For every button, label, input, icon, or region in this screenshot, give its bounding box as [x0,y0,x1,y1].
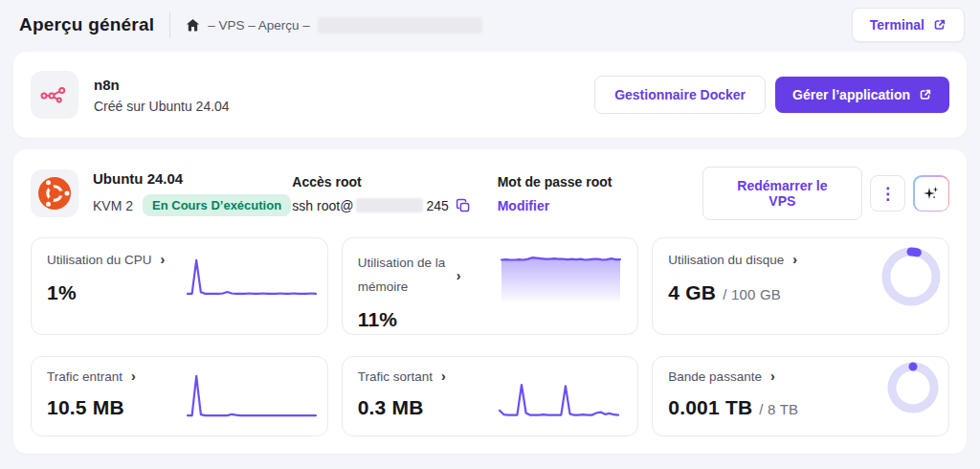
page-title: Aperçu général [19,14,154,35]
external-link-icon [919,88,932,101]
outgoing-traffic-chart [498,371,620,419]
home-icon[interactable] [186,18,200,33]
chevron-right-icon: › [131,368,136,384]
app-actions: Gestionnaire Docker Gérer l’application [594,76,949,114]
docker-manager-button[interactable]: Gestionnaire Docker [594,76,766,114]
vps-actions: Redémarrer le VPS ⋮ [702,167,949,220]
app-texts: n8n Créé sur Ubuntu 24.04 [94,77,230,114]
chevron-right-icon: › [441,368,446,384]
cpu-usage-label: Utilisation du CPU [47,253,152,267]
ai-assistant-button[interactable] [913,175,949,212]
bandwidth-total: / 8 TB [759,401,798,417]
incoming-traffic-label: Trafic entrant [47,369,122,384]
modify-password-link[interactable]: Modifier [498,198,549,213]
manage-application-button[interactable]: Gérer l’application [775,77,949,113]
n8n-app-icon [31,71,78,119]
root-access-block: Accès root ssh root@ 245 [292,174,497,213]
outgoing-traffic-tile[interactable]: Trafic sortant › 0.3 MB [342,356,639,436]
vps-overview-card: Ubuntu 24.04 KVM 2 En Cours D’exécution … [13,149,967,454]
ubuntu-os-icon [31,169,78,217]
stats-grid: Utilisation du CPU › 1% Utilisation de l… [31,237,949,436]
bandwidth-label: Bande passante [668,369,762,384]
vps-os-name: Ubuntu 24.04 [93,170,292,187]
root-access-label: Accès root [292,174,497,190]
breadcrumb-text[interactable]: – VPS – Aperçu – [208,18,310,33]
incoming-traffic-tile[interactable]: Trafic entrant › 10.5 MB [31,356,328,436]
chevron-right-icon: › [770,368,775,384]
chevron-right-icon: › [792,252,797,267]
cpu-usage-tile[interactable]: Utilisation du CPU › 1% [31,237,328,335]
manage-application-label: Gérer l’application [792,87,910,102]
terminal-button[interactable]: Terminal [852,8,965,42]
external-link-icon [933,18,947,32]
chevron-right-icon: › [161,252,166,267]
kebab-menu-icon: ⋮ [880,184,896,204]
terminal-button-label: Terminal [870,17,924,33]
bandwidth-donut [887,362,939,413]
cpu-usage-chart [186,256,318,298]
root-password-label: Mot de passe root [498,174,702,190]
ssh-command-suffix: 245 [426,198,448,213]
top-bar: Aperçu général – VPS – Aperçu – Terminal [0,0,980,52]
app-subtitle: Créé sur Ubuntu 24.04 [94,99,230,114]
memory-usage-value: 11% [358,308,623,331]
root-password-block: Mot de passe root Modifier [498,174,702,213]
disk-usage-total: / 100 GB [723,286,781,302]
application-card: n8n Créé sur Ubuntu 24.04 Gestionnaire D… [13,52,967,138]
breadcrumb-redacted-item [318,17,482,34]
status-badge: En Cours D’exécution [143,194,291,216]
ssh-command-prefix: ssh root@ [292,198,353,213]
memory-usage-label: Utilisation de la mémoire [358,252,448,300]
breadcrumb[interactable]: – VPS – Aperçu – [186,17,482,34]
vps-header-row: Ubuntu 24.04 KVM 2 En Cours D’exécution … [31,167,949,220]
title-divider [169,12,170,37]
app-name: n8n [94,77,230,93]
vps-plan: KVM 2 [93,198,133,213]
restart-vps-button[interactable]: Redémarrer le VPS [702,167,862,220]
incoming-traffic-chart [186,371,318,419]
memory-usage-chart [500,252,622,302]
outgoing-traffic-label: Trafic sortant [358,369,433,384]
disk-usage-tile[interactable]: Utilisation du disque › 4 GB / 100 GB [652,237,949,335]
disk-usage-donut [881,247,941,306]
more-options-button[interactable]: ⋮ [870,175,906,212]
chevron-right-icon: › [457,268,461,283]
vps-identity: Ubuntu 24.04 KVM 2 En Cours D’exécution [93,170,292,216]
disk-usage-label: Utilisation du disque [668,253,784,267]
bandwidth-tile[interactable]: Bande passante › 0.001 TB / 8 TB [652,356,949,436]
memory-usage-tile[interactable]: Utilisation de la mémoire › 11% [342,237,639,335]
copy-ssh-button[interactable] [456,198,471,213]
sparkle-icon [922,184,941,203]
ssh-ip-redacted [356,198,423,212]
